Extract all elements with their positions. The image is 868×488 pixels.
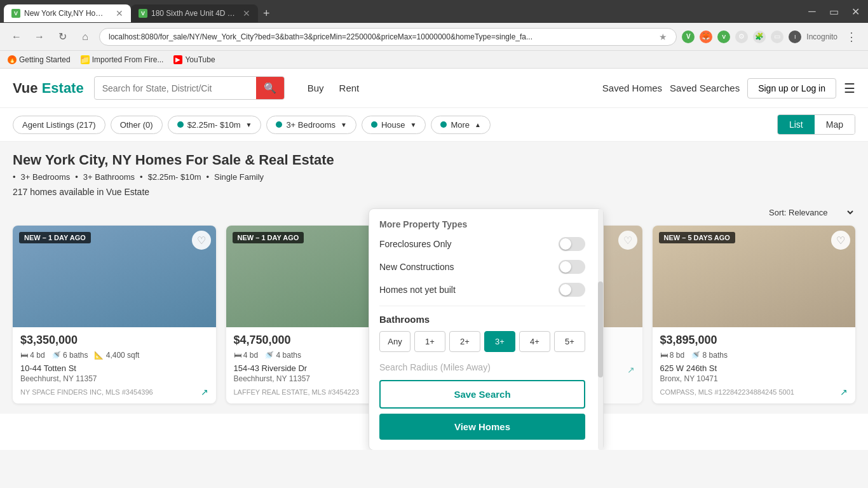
baths-1: 🚿 6 baths: [51, 351, 88, 360]
new-constructions-row: New Constructions: [379, 260, 585, 274]
search-button[interactable]: 🔍: [256, 77, 284, 99]
browser-tab-1[interactable]: V New York City,NY Homes For Sa... ✕: [4, 4, 131, 22]
firefox-icon: 🔥: [8, 55, 17, 64]
browser-tabs: V New York City,NY Homes For Sa... ✕ V 1…: [0, 0, 868, 23]
home-button[interactable]: ⌂: [76, 28, 94, 46]
filter-agent-listings[interactable]: Agent Listings (217): [13, 116, 105, 134]
bookmark-imported[interactable]: 📁 Imported From Fire...: [81, 55, 164, 64]
bath-3plus[interactable]: 3+: [484, 331, 515, 352]
new-constructions-toggle[interactable]: [559, 260, 585, 274]
back-button[interactable]: ←: [8, 28, 25, 46]
bath-1plus[interactable]: 1+: [414, 331, 445, 352]
browser-tab-2[interactable]: V 180 Sixth Ave Unit 4D in New Yo... ✕: [131, 4, 258, 22]
extension-icon-7[interactable]: I: [789, 30, 801, 43]
bath-4plus[interactable]: 4+: [519, 331, 550, 352]
filter-bedrooms[interactable]: 3+ Bedrooms ▼: [266, 116, 356, 134]
filter-other[interactable]: Other (0): [111, 116, 163, 134]
property-price-1: $3,350,000: [20, 334, 208, 347]
subtitle-dot-4: •: [207, 172, 210, 182]
hamburger-icon[interactable]: ☰: [844, 81, 855, 96]
beds-4: 🛏 8 bd: [660, 351, 685, 360]
nav-rent[interactable]: Rent: [339, 83, 360, 93]
app-container: Vue Estate 🔍 Buy Rent Saved Homes Saved …: [0, 69, 868, 450]
platform-name: Vue Estate: [106, 187, 149, 197]
homes-not-built-toggle[interactable]: [559, 283, 585, 297]
new-tab-button[interactable]: +: [258, 7, 275, 20]
minimize-button[interactable]: ─: [803, 3, 821, 20]
folder-icon: 📁: [81, 55, 90, 64]
favorite-button-3[interactable]: ♡: [618, 231, 637, 250]
refresh-button[interactable]: ↻: [53, 28, 71, 46]
filter-dot-price: [177, 121, 184, 128]
bath-any[interactable]: Any: [379, 331, 410, 352]
chevron-down-icon-price: ▼: [245, 121, 252, 128]
external-link-3[interactable]: ↗: [627, 365, 635, 375]
login-button[interactable]: Sign up or Log in: [747, 78, 836, 98]
sort-select[interactable]: Sort: Relevance Sort: Price Low-High Sor…: [766, 207, 855, 218]
tab-favicon-1: V: [11, 9, 20, 18]
tab-close-2[interactable]: ✕: [243, 8, 250, 18]
search-input[interactable]: [95, 78, 256, 98]
tab-title-2: 180 Sixth Ave Unit 4D in New Yo...: [151, 9, 236, 18]
extension-icon-5[interactable]: 🧩: [753, 30, 766, 43]
extension-icon-1[interactable]: V: [682, 30, 695, 43]
save-search-button[interactable]: Save Search: [379, 380, 585, 409]
logo[interactable]: Vue Estate: [13, 80, 84, 97]
beds-2: 🛏 4 bd: [234, 351, 259, 360]
page-subtitle: • 3+ Bedrooms • 3+ Bathrooms • $2.25m- $…: [13, 172, 855, 182]
more-filters-dropdown: More Property Types Foreclosures Only Ne…: [369, 208, 604, 450]
filter-dot-more: [440, 121, 447, 128]
forward-button[interactable]: →: [31, 28, 48, 46]
app-header: Vue Estate 🔍 Buy Rent Saved Homes Saved …: [0, 69, 868, 108]
header-nav: Buy Rent: [308, 83, 360, 93]
filter-bedrooms-label: 3+ Bedrooms: [286, 120, 336, 130]
filter-price[interactable]: $2.25m- $10m ▼: [168, 116, 262, 134]
nav-saved-homes[interactable]: Saved Homes: [602, 83, 662, 93]
property-info-4: $3,895,000 🛏 8 bd 🚿 8 baths 625 W 246th …: [653, 327, 856, 403]
subtitle-baths: 3+ Bathrooms: [83, 172, 135, 182]
bookmark-youtube[interactable]: ▶ YouTube: [173, 55, 215, 64]
extension-icon-3[interactable]: V: [717, 30, 730, 43]
property-card-4[interactable]: NEW – 5 DAYS AGO ♡ $3,895,000 🛏 8 bd 🚿 8…: [653, 226, 856, 403]
tab-close-1[interactable]: ✕: [116, 8, 123, 18]
foreclosures-toggle-knob: [560, 238, 571, 250]
property-details-1: 🛏 4 bd 🚿 6 baths 📐 4,400 sqft: [20, 351, 208, 360]
browser-menu-button[interactable]: ⋮: [843, 28, 860, 46]
favorite-button-4[interactable]: ♡: [831, 231, 850, 250]
view-homes-button[interactable]: View Homes: [379, 414, 585, 440]
address-bar[interactable]: localhost:8080/for_sale/NY/New_York_City…: [99, 28, 677, 46]
external-link-1[interactable]: ↗: [201, 387, 208, 397]
extension-icon-6[interactable]: ▭: [771, 30, 783, 43]
nav-saved-searches[interactable]: Saved Searches: [670, 83, 740, 93]
dropdown-scrollbar[interactable]: [598, 209, 603, 450]
favorite-button-1[interactable]: ♡: [192, 231, 211, 250]
new-badge-2: NEW – 1 DAY AGO: [233, 232, 304, 243]
bookmark-star-icon[interactable]: ★: [659, 32, 667, 42]
list-view-button[interactable]: List: [778, 115, 815, 134]
baths-2: 🚿 4 baths: [264, 351, 301, 360]
maximize-button[interactable]: ▭: [825, 3, 843, 20]
bookmark-label-1: Getting Started: [19, 55, 71, 64]
property-card-1[interactable]: NEW – 1 DAY AGO ♡ $3,350,000 🛏 4 bd 🚿 6 …: [13, 226, 216, 403]
youtube-icon: ▶: [173, 55, 182, 64]
extension-icon-2[interactable]: 🦊: [700, 30, 712, 43]
beds-1: 🛏 4 bd: [20, 351, 45, 360]
filter-house-label: House: [381, 120, 405, 130]
foreclosures-toggle[interactable]: [559, 237, 585, 251]
close-browser-button[interactable]: ✕: [846, 3, 864, 20]
filter-house[interactable]: House ▼: [362, 116, 426, 134]
bath-5plus[interactable]: 5+: [554, 331, 585, 352]
bath-2plus[interactable]: 2+: [449, 331, 480, 352]
subtitle-dot-3: •: [140, 172, 143, 182]
chevron-up-icon-more: ▲: [475, 121, 481, 128]
filter-bar: Agent Listings (217) Other (0) $2.25m- $…: [0, 108, 868, 142]
bookmark-getting-started[interactable]: 🔥 Getting Started: [8, 55, 71, 64]
browser-icon-group: V 🦊 V ⚙ 🧩 ▭ I Incognito ⋮: [682, 28, 860, 46]
filter-more[interactable]: More ▲: [431, 116, 491, 134]
map-view-button[interactable]: Map: [815, 115, 855, 134]
external-link-4[interactable]: ↗: [840, 387, 848, 397]
extension-icon-4[interactable]: ⚙: [735, 30, 748, 43]
logo-estate: Estate: [38, 80, 84, 96]
property-location-1: Beechhurst, NY 11357: [20, 374, 208, 383]
nav-buy[interactable]: Buy: [308, 83, 324, 93]
